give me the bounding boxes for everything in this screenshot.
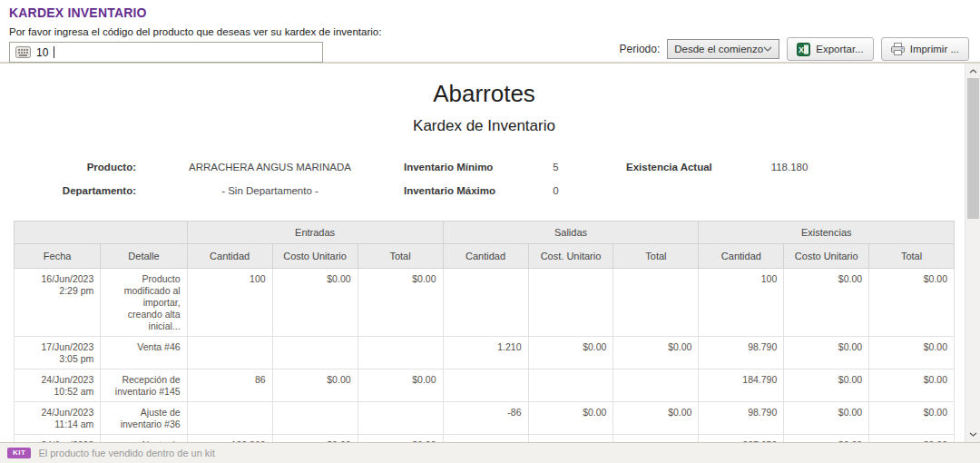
table-cell bbox=[272, 402, 358, 435]
col-existencias-total: Total bbox=[869, 244, 955, 269]
table-cell: 1.210 bbox=[443, 337, 528, 369]
vertical-scrollbar[interactable] bbox=[965, 64, 980, 442]
print-button-label: Imprimir ... bbox=[910, 44, 959, 54]
table-row: 16/Jun/2023 2:29 pmProducto modificado a… bbox=[15, 269, 955, 337]
group-header-existencias: Existencias bbox=[699, 222, 955, 244]
table-row: 17/Jun/2023 3:05 pmVenta #461.210$0.00$0… bbox=[15, 337, 955, 369]
export-button[interactable]: X Exportar... bbox=[787, 37, 873, 61]
table-cell: $0.00 bbox=[613, 402, 699, 435]
table-cell: 24/Jun/2023 11:14 am bbox=[15, 402, 101, 435]
svg-text:X: X bbox=[799, 45, 804, 54]
table-cell: Producto modificado al importar, creando… bbox=[101, 269, 187, 337]
report-viewport: Abarrotes Kardex de Inventario Producto:… bbox=[0, 64, 980, 442]
table-cell bbox=[187, 337, 272, 369]
col-entradas-total: Total bbox=[358, 244, 443, 269]
table-cell bbox=[613, 269, 699, 337]
table-cell bbox=[528, 269, 613, 337]
print-button[interactable]: Imprimir ... bbox=[881, 37, 969, 61]
group-header-salidas: Salidas bbox=[443, 222, 699, 244]
table-cell: 98.790 bbox=[699, 337, 784, 369]
table-cell: $0.00 bbox=[869, 369, 955, 402]
table-cell: $0.00 bbox=[358, 369, 443, 402]
table-row: 24/Jun/2023 10:52 amRecepción de inventa… bbox=[15, 369, 955, 402]
existencia-actual-label: Existencia Actual bbox=[626, 162, 740, 172]
producto-label: Producto: bbox=[14, 162, 136, 172]
scrollbar-down-icon[interactable] bbox=[965, 428, 980, 441]
page-title: KARDEX INVENTARIO bbox=[9, 5, 971, 20]
table-cell: $0.00 bbox=[613, 337, 699, 369]
table-cell bbox=[613, 435, 699, 443]
table-cell: -86 bbox=[443, 402, 528, 435]
col-fecha: Fecha bbox=[15, 244, 101, 269]
periodo-label: Periodo: bbox=[620, 43, 661, 55]
table-cell bbox=[358, 337, 443, 369]
table-cell bbox=[528, 369, 613, 402]
inventario-minimo-label: Inventario Mínimo bbox=[404, 162, 522, 172]
inventario-minimo-value: 5 bbox=[522, 162, 590, 172]
legend-text: El producto fue vendido dentro de un kit bbox=[38, 448, 214, 458]
table-cell: 207.650 bbox=[699, 435, 784, 443]
table-cell bbox=[443, 269, 528, 337]
keyboard-icon bbox=[15, 46, 31, 58]
scrollbar-thumb[interactable] bbox=[967, 78, 979, 219]
group-header-empty bbox=[15, 222, 188, 244]
product-info-row-2: Departamento: - Sin Departamento - Inven… bbox=[14, 179, 955, 202]
col-salidas-costo-unitario: Cost. Unitario bbox=[528, 244, 613, 269]
table-cell: 98.790 bbox=[699, 402, 784, 435]
table-row: 24/Jun/2023 11:14 amAjuste de inventario… bbox=[15, 435, 955, 443]
table-cell bbox=[187, 402, 272, 435]
kardex-table: Entradas Salidas Existencias Fecha Detal… bbox=[14, 221, 955, 442]
table-cell: 16/Jun/2023 2:29 pm bbox=[15, 269, 101, 337]
kit-badge: KIT bbox=[7, 448, 31, 458]
group-header-entradas: Entradas bbox=[187, 222, 443, 244]
topbar: KARDEX INVENTARIO Por favor ingresa el c… bbox=[0, 0, 980, 64]
report-subtitle: Kardex de Inventario bbox=[14, 117, 955, 135]
report-company-title: Abarrotes bbox=[14, 80, 955, 108]
table-cell: $0.00 bbox=[272, 269, 358, 337]
table-cell: Recepción de inventario #145 bbox=[101, 369, 187, 402]
product-code-input[interactable]: 10 bbox=[9, 42, 323, 63]
table-cell: 86 bbox=[187, 369, 272, 402]
table-cell: Ajuste de inventario #37 bbox=[101, 435, 187, 443]
table-cell: Venta #46 bbox=[101, 337, 187, 369]
table-cell: 100 bbox=[187, 269, 272, 337]
periodo-select[interactable]: Desde el comienzo bbox=[667, 39, 779, 59]
table-cell: $0.00 bbox=[358, 435, 443, 443]
table-cell: $0.00 bbox=[869, 269, 955, 337]
scrollbar-up-icon[interactable] bbox=[965, 64, 980, 78]
table-cell: $0.00 bbox=[869, 402, 955, 435]
table-cell: $0.00 bbox=[784, 369, 869, 402]
product-code-value: 10 bbox=[36, 46, 48, 59]
table-cell: $0.00 bbox=[784, 435, 869, 443]
table-cell: $0.00 bbox=[528, 402, 613, 435]
kardex-table-body: 16/Jun/2023 2:29 pmProducto modificado a… bbox=[15, 269, 955, 443]
table-cell bbox=[443, 435, 528, 443]
table-cell: $0.00 bbox=[784, 269, 869, 337]
export-button-label: Exportar... bbox=[816, 44, 863, 54]
kardex-report: Abarrotes Kardex de Inventario Producto:… bbox=[0, 64, 980, 442]
producto-value: ARRACHERA ANGUS MARINADA bbox=[136, 162, 404, 172]
col-entradas-costo-unitario: Costo Unitario bbox=[272, 244, 358, 269]
table-cell bbox=[528, 435, 613, 443]
departamento-label: Departamento: bbox=[14, 185, 136, 196]
col-salidas-total: Total bbox=[613, 244, 699, 269]
text-caret bbox=[54, 46, 54, 58]
excel-icon: X bbox=[797, 43, 810, 56]
existencia-actual-value: 118.180 bbox=[740, 162, 839, 172]
table-cell: 24/Jun/2023 10:52 am bbox=[15, 369, 101, 402]
table-cell: $0.00 bbox=[272, 435, 358, 443]
table-cell: $0.00 bbox=[869, 435, 955, 443]
table-group-header-row: Entradas Salidas Existencias bbox=[15, 222, 955, 244]
table-cell bbox=[358, 402, 443, 435]
table-cell: Ajuste de inventario #36 bbox=[101, 402, 187, 435]
table-cell bbox=[443, 369, 528, 402]
legend-bar: KIT El producto fue vendido dentro de un… bbox=[0, 442, 980, 463]
table-cell: $0.00 bbox=[784, 337, 869, 369]
table-cell: $0.00 bbox=[869, 337, 955, 369]
table-cell: 17/Jun/2023 3:05 pm bbox=[15, 337, 101, 369]
table-cell: $0.00 bbox=[784, 402, 869, 435]
table-cell: 184.790 bbox=[699, 369, 784, 402]
table-row: 24/Jun/2023 11:14 amAjuste de inventario… bbox=[15, 402, 955, 435]
table-cell bbox=[613, 369, 699, 402]
prompt-text: Por favor ingresa el código del producto… bbox=[9, 26, 971, 37]
